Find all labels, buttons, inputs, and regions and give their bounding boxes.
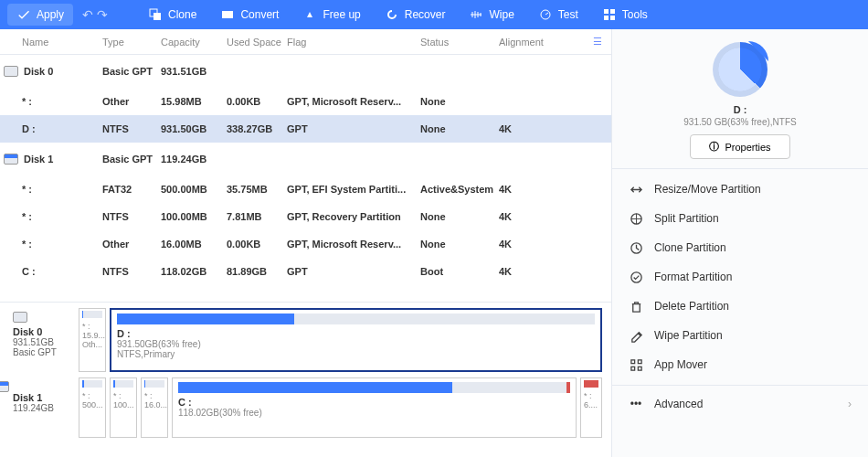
partition-row[interactable]: * :NTFS100.00MB7.81MBGPT, Recovery Parti… bbox=[0, 203, 611, 230]
selected-drive-detail: 931.50 GB(63% free),NTFS bbox=[612, 117, 868, 127]
diagram-selected-partition[interactable]: D : 931.50GB(63% free) NTFS,Primary bbox=[110, 308, 602, 372]
disk-icon bbox=[4, 66, 18, 77]
test-icon bbox=[538, 7, 553, 22]
op-icon bbox=[629, 299, 643, 314]
apply-button[interactable]: Apply bbox=[7, 4, 73, 26]
disk-diagram: Disk 0 931.51GB Basic GPT * : 15.9... Ot… bbox=[0, 302, 611, 457]
partition-row[interactable]: * :Other15.98MB0.00KBGPT, Microsoft Rese… bbox=[0, 88, 611, 115]
op-icon bbox=[629, 357, 643, 372]
svg-rect-4 bbox=[604, 9, 609, 14]
svg-rect-14 bbox=[638, 367, 641, 370]
diagram-partition[interactable]: C : 118.02GB(30% free) bbox=[172, 377, 577, 438]
op-wipe-partition[interactable]: Wipe Partition bbox=[612, 321, 868, 350]
undo-button[interactable]: ↶ bbox=[82, 7, 93, 22]
op-format-partition[interactable]: Format Partition bbox=[612, 262, 868, 292]
freeup-button[interactable]: Free up bbox=[293, 4, 369, 26]
side-panel: D : 931.50 GB(63% free),NTFS ⓘ Propertie… bbox=[612, 29, 868, 457]
svg-rect-2 bbox=[222, 11, 233, 18]
op-icon bbox=[629, 240, 643, 255]
diagram-disk0-label[interactable]: Disk 0 931.51GB Basic GPT bbox=[9, 308, 75, 361]
more-icon: ••• bbox=[629, 397, 643, 411]
disk-icon bbox=[0, 381, 9, 392]
svg-rect-5 bbox=[610, 9, 615, 14]
svg-rect-12 bbox=[638, 359, 641, 363]
wipe-button[interactable]: Wipe bbox=[460, 4, 523, 26]
op-icon bbox=[629, 211, 643, 226]
grid-header: Name Type Capacity Used Space Flag Statu… bbox=[0, 29, 611, 55]
chevron-right-icon: › bbox=[848, 398, 852, 410]
clone-button[interactable]: Clone bbox=[139, 4, 206, 26]
svg-rect-7 bbox=[610, 16, 615, 20]
disk-icon bbox=[13, 312, 27, 323]
view-toggle-icon[interactable]: ☰ bbox=[593, 36, 602, 48]
svg-rect-6 bbox=[604, 16, 609, 20]
partition-row[interactable]: D :NTFS931.50GB338.27GBGPTNone4K bbox=[0, 115, 611, 143]
clone-icon bbox=[148, 7, 163, 22]
diagram-mini-partition[interactable]: * :500... bbox=[79, 377, 106, 438]
diagram-mini-partition[interactable]: * :100... bbox=[110, 377, 137, 438]
svg-rect-1 bbox=[153, 13, 161, 20]
op-split-partition[interactable]: Split Partition bbox=[612, 204, 868, 233]
partition-grid: Disk 0Basic GPT931.51GB* :Other15.98MB0.… bbox=[0, 55, 611, 302]
convert-icon bbox=[220, 7, 235, 22]
op-advanced[interactable]: •••Advanced› bbox=[612, 385, 868, 419]
recover-icon bbox=[385, 7, 399, 22]
properties-button[interactable]: ⓘ Properties bbox=[690, 134, 790, 159]
op-app-mover[interactable]: App Mover bbox=[612, 350, 868, 379]
recover-button[interactable]: Recover bbox=[376, 4, 455, 26]
tools-button[interactable]: Tools bbox=[593, 4, 657, 26]
op-clone-partition[interactable]: Clone Partition bbox=[612, 233, 868, 262]
op-delete-partition[interactable]: Delete Partition bbox=[612, 292, 868, 321]
info-icon: ⓘ bbox=[709, 140, 719, 154]
svg-rect-13 bbox=[630, 367, 634, 370]
partition-row[interactable]: * :FAT32500.00MB35.75MBGPT, EFI System P… bbox=[0, 175, 611, 203]
diagram-mini-partition[interactable]: * : 15.9... Oth... bbox=[79, 308, 106, 372]
apply-label: Apply bbox=[37, 8, 64, 21]
partition-row[interactable]: * :Other16.00MB0.00KBGPT, Microsoft Rese… bbox=[0, 230, 611, 258]
tools-icon bbox=[602, 7, 617, 22]
partition-row[interactable]: C :NTFS118.02GB81.89GBGPTBoot4K bbox=[0, 258, 611, 285]
selected-drive-label: D : bbox=[612, 104, 868, 115]
disk-icon bbox=[4, 154, 18, 165]
svg-point-10 bbox=[630, 271, 640, 282]
test-button[interactable]: Test bbox=[529, 4, 587, 26]
op-icon bbox=[629, 182, 643, 197]
disk-row[interactable]: Disk 1Basic GPT119.24GB bbox=[0, 143, 611, 175]
disk-row[interactable]: Disk 0Basic GPT931.51GB bbox=[0, 55, 611, 88]
check-icon bbox=[16, 7, 31, 22]
diagram-disk1-label[interactable]: Disk 1 119.24GB bbox=[9, 377, 75, 438]
wipe-icon bbox=[469, 7, 483, 22]
svg-rect-11 bbox=[630, 359, 634, 363]
op-icon bbox=[629, 328, 643, 343]
convert-button[interactable]: Convert bbox=[211, 4, 288, 26]
redo-button[interactable]: ↷ bbox=[97, 7, 108, 22]
usage-pie-icon bbox=[713, 42, 767, 97]
undo-redo: ↶ ↷ bbox=[82, 7, 108, 22]
main-toolbar: Apply ↶ ↷ Clone Convert Free up Recover … bbox=[0, 0, 868, 29]
op-icon bbox=[629, 270, 643, 284]
diagram-mini-partition[interactable]: * :6.... bbox=[580, 377, 602, 438]
op-resize-move-partition[interactable]: Resize/Move Partition bbox=[612, 175, 868, 204]
diagram-mini-partition[interactable]: * :16.0... bbox=[141, 377, 168, 438]
freeup-icon bbox=[302, 7, 317, 22]
